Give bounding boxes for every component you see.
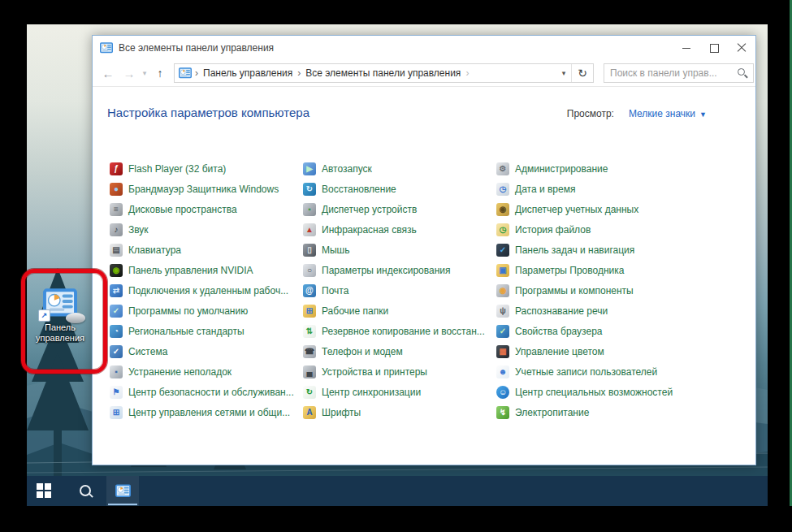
- control-panel-item[interactable]: ✓Панель задач и навигация: [496, 240, 690, 260]
- control-panel-item[interactable]: ♪Звук: [110, 219, 303, 240]
- troubleshooting-icon: ▪: [110, 365, 123, 378]
- control-panel-item[interactable]: ≡Дисковые пространства: [110, 199, 303, 219]
- breadcrumb-all-items[interactable]: Все элементы панели управления: [305, 67, 461, 79]
- minimize-icon: [682, 48, 690, 49]
- control-panel-item[interactable]: ▪Диспетчер устройств: [303, 199, 496, 219]
- programs-features-icon: ◉: [496, 284, 509, 297]
- control-panel-item[interactable]: ☺Центр специальных возможностей: [496, 382, 690, 402]
- minimize-button[interactable]: [673, 36, 700, 60]
- user-accounts-icon: ☻: [496, 365, 509, 378]
- flash-player-icon: ƒ: [110, 162, 123, 175]
- admin-tools-icon: ⚙: [496, 162, 509, 175]
- content-header: Настройка параметров компьютера Просмотр…: [107, 106, 707, 119]
- close-button[interactable]: [728, 36, 755, 60]
- control-panel-item[interactable]: ψРаспознавание речи: [496, 301, 690, 321]
- window-titlebar[interactable]: Все элементы панели управления: [93, 36, 755, 60]
- items-columns: ƒFlash Player (32 бита)●Брандмауэр Защит…: [110, 158, 690, 422]
- taskbar-search-button[interactable]: [78, 483, 94, 500]
- control-panel-item[interactable]: ◔Региональные стандарты: [110, 321, 303, 341]
- control-panel-item[interactable]: ⚑Центр безопасности и обслуживан...: [110, 382, 303, 402]
- control-panel-item[interactable]: ƒFlash Player (32 бита): [110, 158, 303, 179]
- control-panel-item[interactable]: ⊞Центр управления сетями и общи...: [110, 402, 303, 422]
- search-input[interactable]: [604, 67, 736, 79]
- control-panel-item[interactable]: ◉Панель управления NVIDIA: [110, 260, 303, 280]
- maximize-icon: [710, 44, 719, 53]
- search-box[interactable]: [604, 63, 754, 83]
- control-panel-item[interactable]: ▣Параметры Проводника: [496, 260, 690, 280]
- control-panel-item[interactable]: ●Брандмауэр Защитника Windows: [110, 179, 303, 199]
- control-panel-item-label: Панель задач и навигация: [515, 244, 634, 256]
- file-history-icon: ◷: [496, 223, 509, 236]
- control-panel-item[interactable]: ☻Учетные записи пользователей: [496, 361, 690, 382]
- view-value[interactable]: Мелкие значки: [629, 108, 695, 119]
- address-bar[interactable]: › Панель управления › Все элементы панел…: [174, 63, 594, 83]
- date-time-icon: ◷: [496, 183, 509, 196]
- indexing-options-icon: ○: [303, 264, 316, 277]
- control-panel-item[interactable]: ↻Восстановление: [303, 179, 496, 199]
- control-panel-item[interactable]: ⚙Администрирование: [496, 158, 690, 179]
- control-panel-item-label: Flash Player (32 бита): [128, 163, 226, 175]
- internet-options-icon: ✓: [496, 325, 509, 338]
- control-panel-item-label: Программы по умолчанию: [128, 305, 248, 317]
- control-panel-item[interactable]: ▦Управление цветом: [496, 341, 690, 361]
- control-panel-item[interactable]: ◉Программы и компоненты: [496, 280, 690, 301]
- control-panel-item[interactable]: ▤Клавиатура: [110, 240, 303, 260]
- control-panel-item[interactable]: ◷История файлов: [496, 219, 690, 240]
- items-column: ▶Автозапуск↻Восстановление▪Диспетчер уст…: [303, 158, 496, 422]
- autoplay-icon: ▶: [303, 162, 316, 175]
- back-button[interactable]: ←: [97, 67, 119, 80]
- control-panel-item[interactable]: ▯Мышь: [303, 240, 496, 260]
- control-panel-item[interactable]: ☎Телефон и модем: [303, 341, 496, 361]
- control-panel-item-label: Дисковые пространства: [128, 204, 237, 215]
- control-panel-item-label: Устройства и принтеры: [322, 366, 427, 378]
- search-icon: [736, 67, 749, 80]
- control-panel-item[interactable]: ↯Электропитание: [496, 402, 690, 422]
- control-panel-item[interactable]: ⊞Рабочие папки: [303, 301, 496, 321]
- control-panel-item-label: Свойства браузера: [515, 326, 603, 337]
- control-panel-item-label: Телефон и модем: [322, 346, 403, 357]
- control-panel-item-label: История файлов: [515, 224, 591, 236]
- control-panel-item-label: Диспетчер устройств: [322, 204, 417, 215]
- up-button[interactable]: ↑: [149, 67, 171, 80]
- ease-of-access-icon: ☺: [496, 386, 509, 399]
- control-panel-item[interactable]: ▶Автозапуск: [303, 158, 496, 179]
- view-selector[interactable]: Просмотр: Мелкие значки ▼: [567, 108, 707, 119]
- active-app-indicator: [108, 504, 137, 505]
- control-panel-item[interactable]: @Почта: [303, 280, 496, 301]
- infrared-icon: ▲: [303, 223, 316, 236]
- chevron-down-icon: ▼: [699, 110, 707, 119]
- start-button[interactable]: [37, 483, 51, 498]
- close-icon: [737, 43, 747, 53]
- forward-button[interactable]: →: [119, 67, 140, 80]
- refresh-icon[interactable]: ↻: [572, 67, 593, 80]
- system-icon: ✓: [110, 345, 123, 358]
- control-panel-item[interactable]: ◷Дата и время: [496, 179, 690, 199]
- control-panel-item[interactable]: ⇅Резервное копирование и восстан...: [303, 321, 496, 341]
- control-panel-item-label: Клавиатура: [128, 244, 181, 256]
- control-panel-item[interactable]: ↻Центр синхронизации: [303, 382, 496, 402]
- control-panel-item[interactable]: ✓Система: [110, 341, 303, 361]
- taskbar-control-panel-button[interactable]: [106, 476, 139, 506]
- maximize-button[interactable]: [700, 36, 728, 60]
- control-panel-item[interactable]: ▪Устранение неполадок: [110, 361, 303, 382]
- firewall-icon: ●: [110, 183, 123, 196]
- control-panel-item-label: Система: [128, 346, 167, 357]
- credential-manager-icon: ◉: [496, 203, 509, 216]
- control-panel-item-label: Резервное копирование и восстан...: [322, 326, 485, 337]
- control-panel-item[interactable]: AШрифты: [303, 402, 496, 422]
- control-panel-item[interactable]: ◉Диспетчер учетных данных: [496, 199, 690, 219]
- address-dropdown-icon[interactable]: ▾: [556, 69, 572, 77]
- network-icon: ⊞: [110, 406, 123, 419]
- storage-spaces-icon: ≡: [110, 203, 123, 216]
- control-panel-item[interactable]: ⇄Подключения к удаленным рабоч...: [110, 280, 303, 301]
- breadcrumb-control-panel[interactable]: Панель управления: [203, 67, 292, 79]
- control-panel-item[interactable]: ○Параметры индексирования: [303, 260, 496, 280]
- control-panel-item[interactable]: ▲Инфракрасная связь: [303, 219, 496, 240]
- history-dropdown-icon[interactable]: ▾: [140, 69, 149, 77]
- control-panel-item-label: Программы и компоненты: [515, 285, 634, 296]
- control-panel-item[interactable]: ✓Программы по умолчанию: [110, 301, 303, 321]
- control-panel-item[interactable]: ▄Устройства и принтеры: [303, 361, 496, 382]
- control-panel-item-label: Автозапуск: [322, 163, 372, 175]
- control-panel-item[interactable]: ✓Свойства браузера: [496, 321, 690, 341]
- breadcrumb-chevron: ›: [465, 67, 469, 79]
